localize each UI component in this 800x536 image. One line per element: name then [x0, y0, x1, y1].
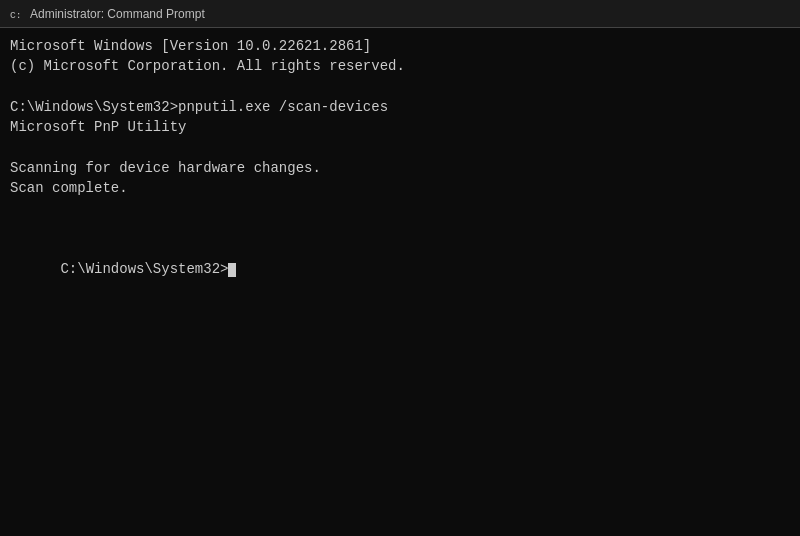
cursor	[228, 263, 236, 277]
cmd-window: C: Administrator: Command Prompt Microso…	[0, 0, 800, 536]
cmd-icon: C:	[8, 6, 24, 22]
output-line-2: (c) Microsoft Corporation. All rights re…	[10, 56, 790, 76]
title-bar: C: Administrator: Command Prompt	[0, 0, 800, 28]
blank-line-2	[10, 137, 790, 157]
prompt-line: C:\Windows\System32>	[10, 239, 790, 300]
output-line-6: Scan complete.	[10, 178, 790, 198]
blank-line-1	[10, 77, 790, 97]
blank-line-4	[10, 219, 790, 239]
blank-line-3	[10, 198, 790, 218]
svg-text:C:: C:	[10, 10, 22, 21]
terminal-body[interactable]: Microsoft Windows [Version 10.0.22621.28…	[0, 28, 800, 536]
output-line-1: Microsoft Windows [Version 10.0.22621.28…	[10, 36, 790, 56]
prompt-text: C:\Windows\System32>	[60, 261, 228, 277]
output-line-5: Scanning for device hardware changes.	[10, 158, 790, 178]
output-line-4: Microsoft PnP Utility	[10, 117, 790, 137]
output-line-3: C:\Windows\System32>pnputil.exe /scan-de…	[10, 97, 790, 117]
window-title: Administrator: Command Prompt	[30, 7, 205, 21]
